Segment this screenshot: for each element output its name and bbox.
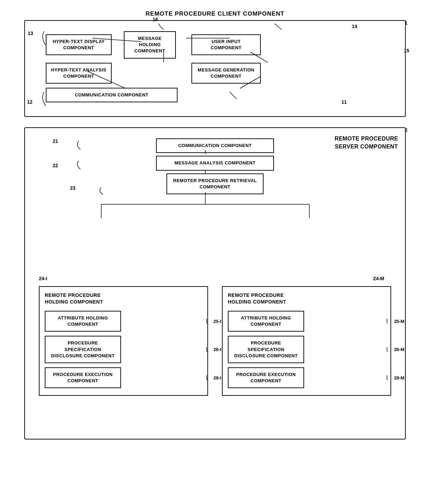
attribute-holding-left: ATTRIBUTE HOLDING COMPONENT [45, 311, 121, 332]
curve-25m-icon [386, 318, 393, 325]
hyper-text-display-box: HYPER-TEXT DISPLAY COMPONENT [46, 34, 112, 55]
label-26i: 26-I [206, 346, 221, 353]
label-25m: 25-M [386, 318, 404, 325]
communication-box-client: COMMUNICATION COMPONENT [46, 88, 178, 102]
server-box: REMOTE PROCEDURE SERVER COMPONENT 21 22 … [24, 127, 406, 439]
holding-section-right: REMOTE PROCEDURE HOLDING COMPONENT ATTRI… [222, 286, 391, 396]
holding-right-inner: ATTRIBUTE HOLDING COMPONENT 25-M PROCEDU… [228, 311, 385, 388]
holding-right-title: REMOTE PROCEDURE HOLDING COMPONENT [228, 292, 385, 306]
label-29i: 29-I [206, 374, 221, 381]
curve-25i-icon [206, 318, 213, 325]
message-generation-box: MESSAGE GENERATION COMPONENT [191, 63, 261, 84]
label-22: 22 [53, 163, 58, 168]
client-title: REMOTE PROCEDURE CLIENT COMPONENT [24, 10, 406, 17]
attribute-holding-right: ATTRIBUTE HOLDING COMPONENT [228, 311, 304, 332]
user-input-box: USER INPUT COMPONENT [191, 34, 261, 55]
procedure-spec-right: PROCEDURE SPECIFICATION DISCLOSURE COMPO… [228, 336, 304, 363]
label-29m: 29-M [386, 374, 404, 381]
holding-left-title: REMOTE PROCEDURE HOLDING COMPONENT [45, 292, 202, 306]
message-analysis-box: MESSAGE ANALYSIS COMPONENT [156, 156, 274, 170]
curve-26m-icon [386, 346, 393, 353]
communication-box-server: COMMUNICATION COMPONENT [156, 138, 274, 153]
label-24m: 24-M [373, 276, 384, 281]
curve-26i-icon [206, 346, 213, 353]
curve-29m-icon [386, 374, 393, 381]
label-25i: 25-I [206, 318, 221, 325]
diagram-container: REMOTE PROCEDURE CLIENT COMPONENT 13 16 … [24, 10, 406, 439]
remoter-procedure-box: REMOTER PROCEDURE RETRIEVAL COMPONENT [166, 173, 264, 194]
label-23: 23 [70, 185, 76, 191]
procedure-exec-left: PROCEDURE EXECUTION COMPONENT [45, 367, 121, 388]
procedure-spec-left: PROCEDURE SPECIFICATION DISCLOSURE COMPO… [45, 336, 121, 363]
label-24i: 24-I [39, 276, 47, 281]
hyper-text-analysis-box: HYPER-TEXT ANALYSIS COMPONENT [46, 63, 112, 84]
label-21: 21 [53, 138, 58, 144]
top-section: REMOTE PROCEDURE CLIENT COMPONENT 13 16 … [24, 10, 406, 117]
label-26m: 26-M [386, 346, 404, 353]
procedure-exec-right: PROCEDURE EXECUTION COMPONENT [228, 367, 304, 388]
message-holding-box: MESSAGE HOLDING COMPONENT [124, 31, 176, 59]
curve-29i-icon [206, 374, 213, 381]
holding-section-left: REMOTE PROCEDURE HOLDING COMPONENT ATTRI… [39, 286, 208, 396]
client-box: HYPER-TEXT DISPLAY COMPONENT MESSAGE HOL… [24, 20, 406, 117]
bottom-section: 2 REMOTE PROCEDURE SERVER COMPONENT 21 2… [24, 127, 406, 439]
holding-left-inner: ATTRIBUTE HOLDING COMPONENT 25-I PROCEDU… [45, 311, 202, 388]
